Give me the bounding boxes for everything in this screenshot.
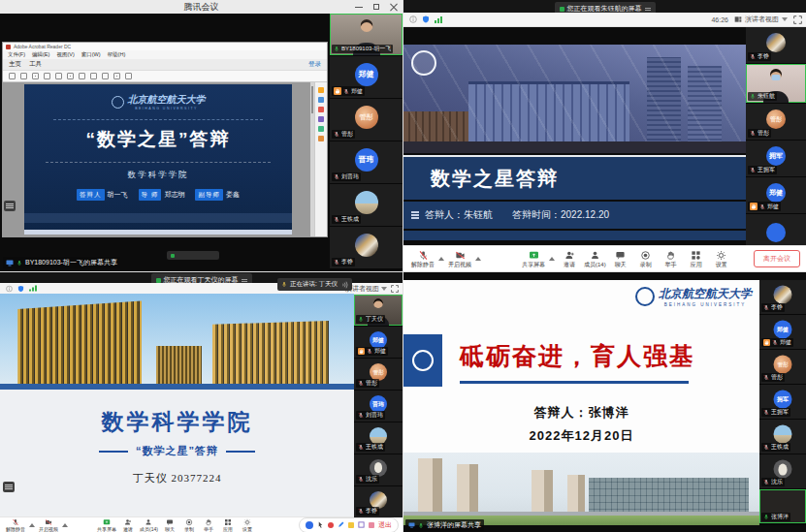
cursor-icon[interactable] [317,521,324,528]
participant-tile[interactable]: 拥军 王拥军 [759,385,806,419]
stamp-icon[interactable] [318,136,324,141]
participant-tile[interactable]: 李铮 [330,227,403,268]
view-mode-dropdown[interactable]: 演讲者视图 [734,15,788,24]
highlighter-icon[interactable] [348,522,354,528]
save-icon[interactable] [9,73,16,79]
tab-home[interactable]: 主页 [9,60,21,69]
share-control-bar[interactable] [167,251,219,260]
participant-tile[interactable]: 拥军 王拥军 [746,141,806,176]
mic-options-caret[interactable] [438,257,444,261]
participant-tile[interactable]: 王铁成 [759,420,806,454]
record-button[interactable]: 录制 [633,250,659,267]
maximize-icon[interactable] [372,3,380,11]
print-icon[interactable] [20,73,27,79]
raise-hand-button[interactable]: 举手 [659,250,684,267]
meeting-menu-icon[interactable] [3,482,15,492]
participant-tile[interactable]: 李铮 [746,27,806,63]
participant-tile[interactable]: BY1809103-胡一飞 [330,14,403,55]
select-tool-icon[interactable] [67,73,74,79]
participant-tile[interactable]: 郑健 郑健 [354,327,403,358]
participant-tile[interactable]: 晋玮 刘晋玮 [330,141,403,183]
members-button[interactable]: 成员(14) [138,518,160,532]
zoom-out-icon[interactable] [90,73,97,79]
meeting-menu-icon[interactable] [4,201,16,211]
video-options-caret[interactable] [475,257,481,261]
chat-button[interactable]: 聊天 [608,250,633,267]
unmute-button[interactable]: 解除静音 [409,250,436,267]
raise-hand-button[interactable]: 举手 [199,518,218,532]
hand-tool-icon[interactable] [79,73,85,79]
zoom-in-icon[interactable] [102,73,109,79]
exit-annotation-button[interactable]: 退出 [378,520,392,530]
info-icon[interactable] [409,16,417,23]
members-button[interactable]: 成员(14) [582,250,608,267]
participant-tile[interactable]: 管彤 管彤 [746,104,806,140]
highlight-icon[interactable] [113,73,120,79]
invite-button[interactable]: 邀请 [557,250,582,267]
participant-tile[interactable]: 李铮 [354,486,403,517]
tab-tools[interactable]: 工具 [29,60,42,69]
minimize-icon[interactable] [355,3,363,11]
menu-help[interactable]: 帮助(H) [108,51,126,58]
mic-options-caret[interactable] [29,523,35,527]
participant-tile[interactable]: 晋玮 刘晋玮 [354,391,403,422]
invite-button[interactable]: 邀请 [118,518,138,532]
menu-file[interactable]: 文件(F) [8,51,25,58]
collapse-banner-icon[interactable] [645,8,651,11]
menu-window[interactable]: 窗口(W) [81,51,101,58]
participant-tile[interactable]: 郑健 郑健 [759,315,806,349]
share-screen-button[interactable]: 共享屏幕 [520,250,547,267]
participant-tile[interactable]: 管彤 管彤 [759,350,806,384]
fill-sign-icon[interactable] [318,126,324,132]
record-button[interactable]: 录制 [179,518,199,532]
create-pdf-icon[interactable] [318,97,324,103]
menu-edit[interactable]: 编辑(E) [32,51,49,58]
participant-tile[interactable]: 王铁成 [330,184,403,226]
collapse-banner-icon[interactable] [242,279,247,282]
participant-tile[interactable]: 朱钰航 [746,64,806,103]
edit-pdf-icon[interactable] [318,107,324,112]
export-pdf-icon[interactable] [318,87,324,93]
participant-tile[interactable]: 管彤 管彤 [354,359,403,390]
window-titlebar[interactable]: 腾讯会议 [0,0,403,14]
unmute-button[interactable]: 解除静音 [4,518,27,532]
participant-tile[interactable]: 管彤 管彤 [330,99,403,141]
fullscreen-icon[interactable] [391,285,399,293]
mail-icon[interactable] [32,73,39,79]
apps-button[interactable]: 应用 [218,518,238,532]
page-nav-icon[interactable] [55,73,62,79]
participant-tile[interactable]: 丁天仪 [354,295,403,326]
security-shield-icon[interactable] [17,285,24,292]
close-icon[interactable] [390,3,398,11]
participant-tile[interactable]: 郑健 郑健 [746,177,806,213]
eraser-icon[interactable] [369,522,374,528]
participant-tile[interactable]: 郑健 郑健 [330,56,403,98]
video-options-caret[interactable] [62,523,68,527]
fullscreen-icon[interactable] [793,16,802,24]
participant-tile[interactable] [746,214,806,245]
comment-icon[interactable] [318,116,324,122]
menu-view[interactable]: 视图(V) [56,51,74,58]
settings-button[interactable]: 设置 [238,518,257,532]
start-video-button[interactable]: 开启视频 [37,518,60,532]
security-shield-icon[interactable] [422,16,430,23]
start-video-button[interactable]: 开启视频 [446,250,473,267]
annotation-avatar-icon[interactable] [306,521,313,529]
pen-icon[interactable] [338,521,344,528]
share-screen-button[interactable]: 共享屏幕 [95,518,118,532]
chat-button[interactable]: 聊天 [160,518,179,532]
participant-tile[interactable]: 沈乐 [759,454,806,488]
apps-button[interactable]: 应用 [684,250,709,267]
comment-tool-icon[interactable] [125,73,132,79]
info-icon[interactable] [6,285,13,292]
laser-pointer-icon[interactable] [328,522,334,528]
acrobat-titlebar[interactable]: Adobe Acrobat Reader DC [3,43,327,50]
leave-meeting-button[interactable]: 离开会议 [754,250,800,267]
participant-tile[interactable]: 李铮 [759,280,806,314]
sign-in-button[interactable]: 登录 [308,60,321,69]
share-options-caret[interactable] [549,257,555,261]
search-icon[interactable] [44,73,50,79]
participant-tile[interactable]: 沈乐 [354,454,403,485]
settings-button[interactable]: 设置 [709,250,734,267]
participant-tile[interactable]: 张博洋 [759,489,806,523]
